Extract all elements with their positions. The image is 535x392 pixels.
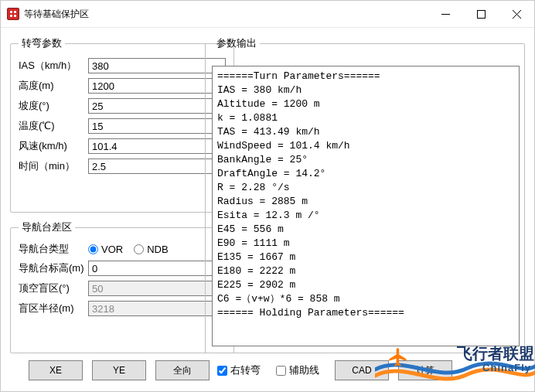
time-label: 时间（min） — [19, 159, 88, 173]
nav-elev-label: 导航台标高(m) — [19, 261, 88, 275]
omni-button[interactable]: 全向 — [155, 360, 210, 380]
maximize-icon — [477, 10, 486, 19]
nav-error-group: 导航台差区 导航台类型 VOR NDB 导航台标高(m) — [10, 220, 234, 353]
close-button[interactable] — [499, 2, 534, 26]
right-turn-check-label[interactable]: 右转弯 — [217, 363, 261, 377]
turn-params-group: 转弯参数 IAS（km/h） 高度(m) 坡度(°) 温度(℃) 风速(km/h… — [10, 36, 234, 213]
turn-params-legend: 转弯参数 — [19, 36, 65, 50]
cad-button[interactable]: CAD — [335, 360, 389, 380]
ye-button[interactable]: YE — [92, 360, 146, 380]
svg-rect-1 — [477, 10, 485, 18]
output-legend: 参数输出 — [213, 36, 260, 50]
ndb-radio-label[interactable]: NDB — [134, 244, 168, 255]
ndb-radio[interactable] — [134, 244, 144, 254]
cone-label: 顶空盲区(°) — [19, 281, 88, 295]
app-window: 等待基础保护区 转弯参数 IAS（km/h） 高度(m) — [0, 0, 535, 392]
bank-label: 坡度(°) — [19, 99, 88, 113]
window-title: 等待基础保护区 — [24, 8, 89, 21]
output-group: 参数输出 ======Turn Parameters====== IAS = 3… — [205, 36, 525, 353]
right-turn-check[interactable] — [217, 366, 227, 376]
calc-button[interactable]: 计算 — [398, 360, 452, 380]
vor-radio[interactable] — [88, 244, 98, 254]
nav-error-legend: 导航台差区 — [19, 220, 75, 234]
vor-radio-label[interactable]: VOR — [88, 244, 123, 255]
minimize-icon — [441, 10, 450, 19]
maximize-button[interactable] — [463, 2, 499, 26]
app-icon — [7, 8, 19, 20]
wind-label: 风速(km/h) — [19, 139, 88, 153]
aux-check[interactable] — [276, 366, 286, 376]
ias-label: IAS（km/h） — [19, 59, 88, 73]
aux-check-label[interactable]: 辅助线 — [276, 363, 319, 377]
nav-type-label: 导航台类型 — [19, 242, 88, 256]
temp-label: 温度(℃) — [19, 119, 88, 133]
xe-button[interactable]: XE — [29, 360, 83, 380]
titlebar: 等待基础保护区 — [1, 1, 534, 28]
output-textarea[interactable]: ======Turn Parameters====== IAS = 380 km… — [212, 66, 520, 346]
altitude-label: 高度(m) — [19, 79, 88, 93]
blind-radius-label: 盲区半径(m) — [19, 302, 88, 315]
minimize-button[interactable] — [428, 2, 463, 26]
close-icon — [513, 10, 521, 19]
output-content: ======Turn Parameters====== IAS = 380 km… — [213, 66, 519, 323]
bottom-bar: XE YE 全向 右转弯 辅助线 CAD 计算 — [10, 356, 525, 382]
